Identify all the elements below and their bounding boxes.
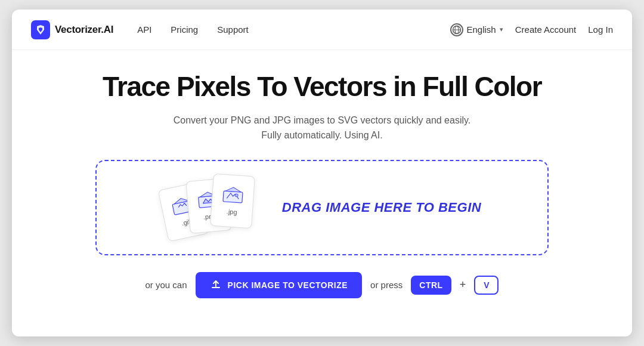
file-card-jpg: .jpg	[210, 173, 255, 228]
globe-icon	[450, 23, 463, 36]
nav-right: English ▾ Create Account Log In	[450, 23, 613, 36]
language-label: English	[467, 24, 496, 35]
navbar: Vectorizer.AI API Pricing Support Englis…	[12, 10, 632, 50]
subtitle-line2: Fully automatically. Using AI.	[174, 128, 471, 143]
logo-icon	[31, 20, 50, 39]
plus-label: +	[460, 279, 466, 291]
create-account-button[interactable]: Create Account	[515, 24, 577, 35]
nav-pricing[interactable]: Pricing	[171, 24, 198, 35]
svg-marker-8	[225, 187, 241, 192]
drop-zone[interactable]: .gif .png	[95, 160, 549, 255]
file-icons: .gif .png	[163, 175, 258, 240]
hero-subtitle: Convert your PNG and JPG images to SVG v…	[174, 113, 471, 143]
subtitle-line1: Convert your PNG and JPG images to SVG v…	[174, 113, 471, 128]
nav-links: API Pricing Support	[137, 24, 450, 35]
file-icon-jpg	[221, 186, 244, 206]
ctrl-key-badge: CTRL	[411, 276, 451, 295]
login-button[interactable]: Log In	[588, 24, 613, 35]
hero-title: Trace Pixels To Vectors in Full Color	[103, 72, 541, 102]
upload-icon	[210, 279, 222, 291]
svg-rect-10	[212, 287, 220, 288]
svg-rect-7	[223, 191, 243, 203]
logo-text: Vectorizer.AI	[55, 24, 113, 36]
action-row: or you can PICK IMAGE TO VECTORIZE or pr…	[145, 272, 499, 298]
chevron-down-icon: ▾	[500, 26, 503, 33]
nav-support[interactable]: Support	[217, 24, 249, 35]
pick-image-button[interactable]: PICK IMAGE TO VECTORIZE	[196, 272, 363, 298]
nav-api[interactable]: API	[137, 24, 151, 35]
drag-text: DRAG IMAGE HERE TO BEGIN	[282, 200, 481, 215]
or-press-label: or press	[370, 280, 402, 290]
action-label: or you can	[145, 280, 187, 290]
pick-button-label: PICK IMAGE TO VECTORIZE	[228, 280, 348, 290]
file-label-jpg: .jpg	[226, 208, 237, 215]
browser-window: Vectorizer.AI API Pricing Support Englis…	[12, 10, 632, 336]
v-key-badge: V	[474, 276, 499, 295]
main-content: Trace Pixels To Vectors in Full Color Co…	[12, 50, 632, 336]
logo-area[interactable]: Vectorizer.AI	[31, 20, 113, 39]
language-selector[interactable]: English ▾	[450, 23, 503, 36]
